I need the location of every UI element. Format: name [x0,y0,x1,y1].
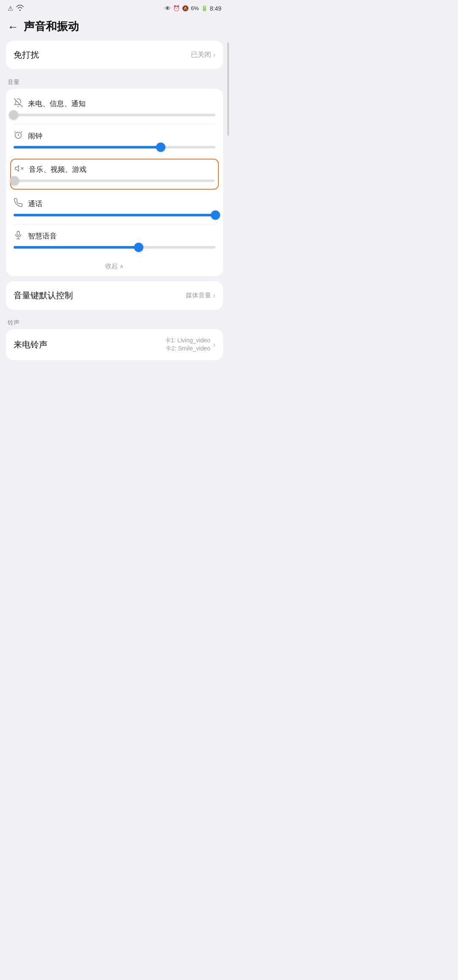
volume-key-chevron: › [213,291,215,300]
incoming-ringtone-chevron: › [213,340,215,349]
alarm-status-icon: ⏰ [173,5,180,11]
status-right: 👁 ⏰ 🔕 6% 🔋 8:49 [165,5,221,12]
media-slider-thumb[interactable] [10,176,19,185]
volume-key-value: 媒体音量 [186,291,211,300]
ringtone-slider-track[interactable] [14,114,215,116]
volume-row-ringtone[interactable]: 来电、信息、通知 [6,92,223,124]
volume-row-assistant[interactable]: 智慧语音 [6,224,223,256]
call-label: 通话 [28,199,42,209]
svg-line-0 [14,98,22,107]
media-label: 音乐、视频、游戏 [29,165,87,174]
mic-icon [14,230,23,242]
mute-icon: 🔕 [182,5,189,11]
svg-marker-2 [15,166,19,171]
volume-row-alarm[interactable]: 闹钟 [6,124,223,156]
call-slider-track[interactable] [14,214,215,216]
volume-row-media-highlighted[interactable]: 音乐、视频、游戏 [10,159,219,190]
ringtone-card2: 卡2: Smile_video [165,345,210,353]
volume-card: 来电、信息、通知 闹钟 [6,89,223,276]
alarm-slider-thumb[interactable] [156,143,165,152]
volume-row-call[interactable]: 通话 [6,192,223,224]
volume-key-label: 音量键默认控制 [14,290,73,301]
header: ← 声音和振动 [0,15,229,41]
alarm-icon [14,130,23,142]
alarm-slider-fill [14,146,161,148]
ringtone-cards: 卡1: Living_video 卡2: Smile_video [165,337,210,353]
status-bar: ⚠ 👁 ⏰ 🔕 6% 🔋 8:49 [0,0,229,15]
assistant-slider-thumb[interactable] [134,243,143,252]
volume-section-label: 音量 [0,74,229,89]
battery-icon: 🔋 [201,5,208,11]
collapse-row[interactable]: 收起 ∧ [6,256,223,276]
assistant-slider-fill [14,246,139,249]
call-slider-fill [14,214,215,216]
volume-off-icon [14,164,24,175]
bell-off-icon [14,98,23,109]
alarm-label: 闹钟 [28,131,42,141]
collapse-label: 收起 [105,262,118,270]
incoming-ringtone-right: 卡1: Living_video 卡2: Smile_video › [165,337,215,353]
dnd-status: 已关闭 [191,50,211,59]
assistant-label: 智慧语音 [28,231,57,241]
ringtone-notification-label: 来电、信息、通知 [28,99,86,109]
collapse-chevron: ∧ [120,263,124,269]
volume-key-card[interactable]: 音量键默认控制 媒体音量 › [6,281,223,310]
dnd-card[interactable]: 免打扰 已关闭 › [6,41,223,69]
phone-icon [14,198,23,210]
volume-key-row[interactable]: 音量键默认控制 媒体音量 › [6,281,223,310]
call-slider-thumb[interactable] [211,210,220,220]
ringtone-slider-thumb[interactable] [9,110,18,120]
incoming-ringtone-card[interactable]: 来电铃声 卡1: Living_video 卡2: Smile_video › [6,329,223,360]
status-left: ⚠ [8,4,24,12]
dnd-row[interactable]: 免打扰 已关闭 › [6,41,223,69]
incoming-ringtone-row[interactable]: 来电铃声 卡1: Living_video 卡2: Smile_video › [6,329,223,360]
battery-percent: 6% [191,5,199,11]
volume-key-right: 媒体音量 › [186,291,215,300]
media-slider-track[interactable] [14,179,215,182]
wifi-icon [16,4,24,12]
page-title: 声音和振动 [24,19,79,34]
scrollbar[interactable] [227,42,229,136]
dnd-chevron: › [213,50,215,59]
ringtone-section-label: 铃声 [0,315,229,329]
incoming-ringtone-label: 来电铃声 [14,339,47,350]
dnd-right: 已关闭 › [191,50,215,59]
assistant-slider-track[interactable] [14,246,215,249]
time: 8:49 [210,5,221,12]
back-button[interactable]: ← [8,21,19,32]
eye-icon: 👁 [165,5,171,12]
svg-rect-5 [17,231,20,235]
notification-icon: ⚠ [8,5,13,12]
alarm-slider-track[interactable] [14,146,215,148]
dnd-label: 免打扰 [14,49,39,61]
ringtone-card1: 卡1: Living_video [165,337,210,344]
